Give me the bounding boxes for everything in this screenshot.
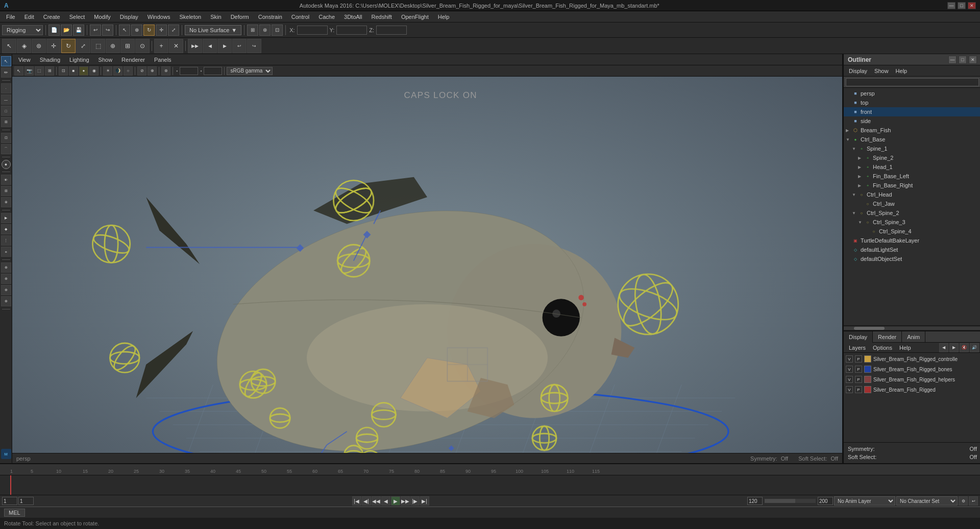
layer-ref-btn-2[interactable]: P [855,366,862,373]
menu-create[interactable]: Create [39,13,64,21]
vp-xray-btn[interactable]: ⊘ [137,66,146,76]
vp-menu-panels[interactable]: Panels [150,56,176,64]
uvs-comp-btn[interactable]: ⊞ [1,117,11,127]
graph-btn[interactable]: ⋮ [1,235,11,246]
cl-submenu-options[interactable]: Options [870,344,895,351]
vp-shadow-btn[interactable]: 🌒 [113,66,122,76]
vp-iso-btn[interactable]: ⊛ [161,66,170,76]
lattice-tool[interactable]: ⊞ [120,39,135,53]
vp-gamma-input2[interactable]: 1.00 [204,67,222,75]
outliner-min-btn[interactable]: — [948,56,957,64]
extra-btn3[interactable]: ⊕ [1,285,11,295]
go-to-start-btn[interactable]: |◀ [352,496,361,506]
vp-grid-btn[interactable]: ⊞ [45,66,54,76]
soft-mod-tool[interactable]: ⊕ [106,39,120,53]
menu-select[interactable]: Select [65,13,89,21]
undo-button[interactable]: ↩ [90,25,101,36]
scale-tool[interactable]: ⤢ [76,39,90,53]
timeline-ruler[interactable]: 1 5 10 15 20 25 30 35 40 45 50 55 60 65 … [0,464,980,475]
mel-tab[interactable]: MEL [4,509,25,517]
go-to-end-btn[interactable]: ▶| [420,496,429,506]
outliner-max-btn[interactable]: □ [959,56,967,64]
menu-file[interactable]: File [2,13,19,21]
next-key-btn[interactable]: ▶▶ [401,496,410,506]
vert-comp-btn[interactable]: · [1,83,11,93]
step-back-btn[interactable]: ◀| [362,496,371,506]
menu-deform[interactable]: Deform [227,13,253,21]
render-btn[interactable]: ● [2,160,11,169]
menu-constrain[interactable]: Constrain [254,13,286,21]
vp-light-btn[interactable]: ☀ [103,66,112,76]
timeline-loop-btn[interactable]: ↩ [969,496,978,506]
timeline-start-input[interactable] [2,497,17,505]
tool2[interactable]: ◀ [203,39,217,53]
timeline-range-end-input[interactable] [818,497,833,505]
tree-item-side[interactable]: ■ side [844,116,980,126]
vp-select-btn[interactable]: ↖ [14,66,23,76]
redo-button[interactable]: ↪ [102,25,113,36]
extra-btn4[interactable]: ⊕ [1,296,11,306]
paint-btn[interactable]: ✏ [1,67,11,78]
menu-control[interactable]: Control [287,13,313,21]
cl-submenu-layers[interactable]: Layers [846,344,869,351]
outliner-tree[interactable]: ■ persp ■ top ■ front ■ [844,88,980,325]
layer-ref-btn-1[interactable]: P [855,355,862,363]
timeline-settings-btn[interactable]: ⚙ [959,496,968,506]
anim-btn[interactable]: ▶ [1,213,11,223]
vp-menu-view[interactable]: View [14,56,35,64]
tree-item-ctrl-spine-4[interactable]: ○ Ctrl_Spine_4 [844,227,980,236]
no-live-surface-button[interactable]: No Live Surface ▼ [185,25,241,35]
vp-menu-shading[interactable]: Shading [36,56,64,64]
timeline-range-bar[interactable] [765,499,816,503]
add-tool[interactable]: + [154,39,168,53]
vp-camera-btn[interactable]: 📷 [24,66,34,76]
rotate-tool[interactable]: ↻ [61,39,76,53]
outliner-hscrollbar[interactable] [844,325,980,330]
play-back-btn[interactable]: ◀ [381,496,390,506]
rotate-tool-button[interactable]: ↻ [143,25,155,36]
select-tool-button[interactable]: ↖ [119,25,130,36]
lasso-tool[interactable]: ⊛ [32,39,46,53]
head-up-btn[interactable]: ⊗ [1,197,11,207]
save-file-button[interactable]: 💾 [73,25,84,36]
key-btn[interactable]: ◆ [1,224,11,234]
layer-vis-btn-1[interactable]: V [846,355,853,363]
menu-cache[interactable]: Cache [314,13,339,21]
step-fwd-btn[interactable]: |▶ [410,496,420,506]
z-coord-input[interactable] [376,26,407,35]
tab-render[interactable]: Render [873,331,902,343]
outliner-close-btn[interactable]: ✕ [969,56,977,64]
layer-row-controllers[interactable]: V P Silver_Bream_Fish_Rigged_controlle [844,354,980,364]
tool4[interactable]: ↩ [232,39,247,53]
scale-tool-button[interactable]: ⤢ [168,25,179,36]
char-set-dropdown[interactable]: No Character Set [896,496,958,506]
tab-display[interactable]: Display [844,331,873,343]
snap-curve-button[interactable]: ⊛ [259,25,271,36]
gamma-mode-dropdown[interactable]: sRGB gamma [227,67,273,75]
cross-tool[interactable]: ✕ [169,39,183,53]
menu-3dtoall[interactable]: 3DtoAll [340,13,366,21]
tree-item-ctrl-head[interactable]: ▼ ○ Ctrl_Head [844,190,980,199]
extra-btn2[interactable]: ⊕ [1,274,11,284]
tree-item-fin-base-right[interactable]: ▶ + Fin_Base_Right [844,181,980,190]
menu-help[interactable]: Help [434,13,454,21]
cl-audio-btn1[interactable]: ◀ [939,343,948,352]
cl-audio-vol-btn[interactable]: 🔊 [970,343,979,352]
tree-item-turtle-bake[interactable]: ▣ TurtleDefaultBakeLayer [844,236,980,245]
layer-ref-btn-4[interactable]: P [855,386,862,393]
lasso-tool-button[interactable]: ⊕ [131,25,142,36]
tree-item-spine-1[interactable]: ▼ + Spine_1 [844,144,980,153]
tool5[interactable]: ↪ [247,39,261,53]
edge-comp-btn[interactable]: — [1,94,11,105]
menu-redshift[interactable]: Redshift [368,13,396,21]
menu-display[interactable]: Display [116,13,142,21]
dope-btn[interactable]: ≡ [1,247,11,257]
layer-row-helpers[interactable]: V P Silver_Bream_Fish_Rigged_helpers [844,374,980,384]
tree-item-persp[interactable]: ■ persp [844,89,980,98]
tree-item-ctrl-jaw[interactable]: ○ Ctrl_Jaw [844,199,980,208]
open-file-button[interactable]: 📂 [61,25,72,36]
tool1[interactable]: ▶▶ [188,39,202,53]
tree-item-top[interactable]: ■ top [844,98,980,107]
tab-anim[interactable]: Anim [902,331,925,343]
show-manip-tool[interactable]: ⊙ [135,39,150,53]
